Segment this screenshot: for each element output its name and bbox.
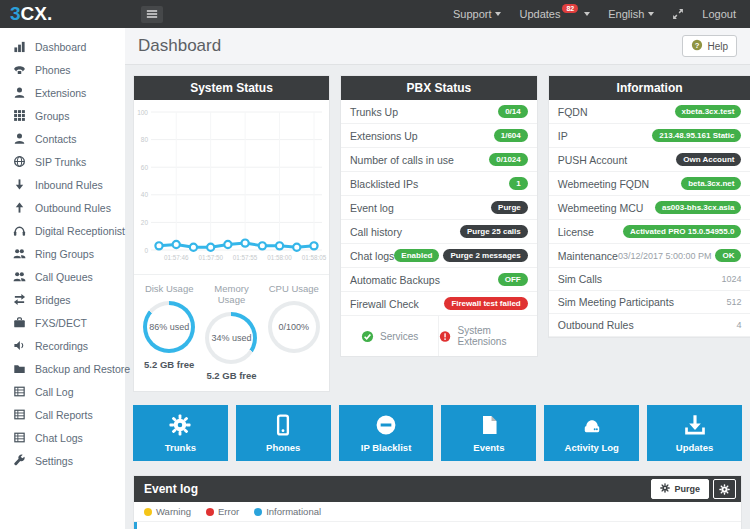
logo-part-blue: 3 bbox=[10, 3, 21, 24]
file-icon bbox=[478, 414, 500, 436]
sidebar-item-call-log[interactable]: Call Log bbox=[0, 380, 125, 403]
legend-dot-icon bbox=[144, 508, 152, 516]
row-label: Blacklisted IPs bbox=[350, 178, 418, 190]
legend-warning: Warning bbox=[144, 506, 191, 517]
status-badge[interactable]: Purge 2 messages bbox=[443, 249, 527, 262]
legend-dot-icon bbox=[206, 508, 214, 516]
row-label: Trunks Up bbox=[350, 106, 398, 118]
event-log-settings-button[interactable] bbox=[713, 479, 736, 499]
row-label: Extensions Up bbox=[350, 130, 418, 142]
row-badges: 1024 bbox=[721, 274, 741, 284]
quick-action-events[interactable]: Events bbox=[441, 405, 536, 461]
quick-action-ip-blacklist[interactable]: IP Blacklist bbox=[339, 405, 434, 461]
speaker-icon bbox=[13, 339, 26, 352]
status-badge: 213.48.95.161 Static bbox=[652, 129, 741, 142]
pbx-footer-services[interactable]: Services bbox=[341, 316, 438, 356]
sidebar-item-recordings[interactable]: Recordings bbox=[0, 334, 125, 357]
event-log-actions: Purge bbox=[651, 479, 736, 499]
sidebar-item-label: Call Log bbox=[35, 386, 74, 398]
sidebar-item-label: Settings bbox=[35, 455, 73, 467]
status-badge[interactable]: Purge 25 calls bbox=[460, 225, 528, 238]
sidebar-item-label: Chat Logs bbox=[35, 432, 83, 444]
language-menu[interactable]: English bbox=[608, 8, 654, 20]
sidebar-item-fxs-dect[interactable]: FXS/DECT bbox=[0, 311, 125, 334]
sidebar-item-phones[interactable]: Phones bbox=[0, 58, 125, 81]
user-icon bbox=[13, 86, 26, 99]
logout-button[interactable]: Logout bbox=[702, 8, 736, 20]
row-label: Webmeeting MCU bbox=[558, 202, 644, 214]
row-badges: xbeta.3cx.test bbox=[675, 105, 742, 118]
legend-dot-icon bbox=[254, 508, 262, 516]
legend-error: Error bbox=[206, 506, 239, 517]
status-badge[interactable]: Purge bbox=[491, 201, 528, 214]
status-badge[interactable]: Own Account bbox=[676, 153, 741, 166]
row-badges: Firewall test failed bbox=[444, 297, 527, 310]
gear-icon bbox=[660, 483, 670, 493]
quick-action-label: Activity Log bbox=[544, 442, 639, 453]
row-value-text: 03/12/2017 5:00:00 PM bbox=[618, 251, 712, 261]
sidebar-toggle-button[interactable] bbox=[141, 6, 163, 23]
updates-menu[interactable]: Updates82 bbox=[519, 8, 590, 20]
help-button[interactable]: ?Help bbox=[682, 35, 737, 57]
globe-icon bbox=[13, 155, 26, 168]
pbx-status-footer: ServicesSystem Extensions bbox=[341, 316, 537, 356]
system-status-line-chart: 02040608010001:57:4601:57:5001:57:5501:5… bbox=[135, 104, 328, 270]
quick-action-phones[interactable]: Phones bbox=[236, 405, 331, 461]
purge-button[interactable]: Purge bbox=[651, 479, 709, 499]
sidebar-item-label: Digital Receptionist bbox=[35, 225, 125, 237]
row-label: License bbox=[558, 226, 594, 238]
status-row-chat-logs: Chat logsEnabledPurge 2 messages bbox=[341, 244, 537, 268]
sidebar-item-call-reports[interactable]: Call Reports bbox=[0, 403, 125, 426]
status-row-webmeeting-fqdn: Webmeeting FQDNbeta.3cx.net bbox=[549, 172, 750, 196]
row-label: FQDN bbox=[558, 106, 588, 118]
gauge-label: Memory Usage bbox=[200, 283, 262, 305]
question-circle-icon: ? bbox=[691, 39, 703, 51]
sidebar-item-groups[interactable]: Groups bbox=[0, 104, 125, 127]
sidebar-item-chat-logs[interactable]: Chat Logs bbox=[0, 426, 125, 449]
transfer-icon bbox=[13, 293, 26, 306]
usage-gauges: Disk Usage86% used5.2 GB freeMemory Usag… bbox=[134, 274, 329, 391]
logo-part-white: CX. bbox=[21, 3, 53, 24]
fullscreen-button[interactable] bbox=[672, 8, 684, 20]
row-badges: 4 bbox=[736, 320, 741, 330]
sidebar-item-bridges[interactable]: Bridges bbox=[0, 288, 125, 311]
status-row-sim-calls: Sim Calls1024 bbox=[549, 268, 750, 291]
sidebar-item-label: Call Reports bbox=[35, 409, 93, 421]
sidebar-item-inbound-rules[interactable]: Inbound Rules bbox=[0, 173, 125, 196]
pbx-footer-system-extensions[interactable]: System Extensions bbox=[438, 316, 536, 356]
language-menu-label: English bbox=[608, 8, 644, 20]
quick-action-updates[interactable]: Updates bbox=[647, 405, 742, 461]
sidebar-item-backup-and-restore[interactable]: Backup and Restore bbox=[0, 357, 125, 380]
row-value-text: 512 bbox=[726, 297, 741, 307]
row-badges: OFF bbox=[498, 273, 528, 286]
pbx-footer-label: System Extensions bbox=[457, 325, 536, 347]
system-status-chart-area: 02040608010001:57:4601:57:5001:57:5501:5… bbox=[134, 100, 329, 274]
sidebar-item-outbound-rules[interactable]: Outbound Rules bbox=[0, 196, 125, 219]
quick-action-trunks[interactable]: Trunks bbox=[133, 405, 228, 461]
sidebar-item-digital-receptionist[interactable]: Digital Receptionist bbox=[0, 219, 125, 242]
updates-count-badge: 82 bbox=[562, 4, 578, 13]
sidebar-item-settings[interactable]: Settings bbox=[0, 449, 125, 472]
row-label: Outbound Rules bbox=[558, 319, 634, 331]
row-badges: Purge bbox=[491, 201, 528, 214]
status-badge[interactable]: Firewall test failed bbox=[444, 297, 527, 310]
dashboard-content: System Status 02040608010001:57:4601:57:… bbox=[125, 65, 750, 529]
sidebar-item-sip-trunks[interactable]: SIP Trunks bbox=[0, 150, 125, 173]
updates-menu-label: Updates bbox=[519, 8, 560, 20]
download-icon bbox=[684, 414, 706, 436]
quick-action-activity-log[interactable]: Activity Log bbox=[544, 405, 639, 461]
row-badges: 213.48.95.161 Static bbox=[652, 129, 741, 142]
status-row-automatic-backups: Automatic BackupsOFF bbox=[341, 268, 537, 292]
gear-icon bbox=[169, 414, 191, 436]
sidebar-item-contacts[interactable]: Contacts bbox=[0, 127, 125, 150]
sidebar-item-extensions[interactable]: Extensions bbox=[0, 81, 125, 104]
support-menu[interactable]: Support bbox=[453, 8, 502, 20]
sidebar-item-call-queues[interactable]: Call Queues bbox=[0, 265, 125, 288]
chevron-down-icon bbox=[584, 12, 590, 16]
minus-circle-icon bbox=[375, 414, 397, 436]
status-badge: 1 bbox=[509, 177, 527, 190]
users-icon bbox=[13, 247, 26, 260]
sidebar-item-ring-groups[interactable]: Ring Groups bbox=[0, 242, 125, 265]
sidebar-item-dashboard[interactable]: Dashboard bbox=[0, 35, 125, 58]
quick-action-label: IP Blacklist bbox=[339, 442, 434, 453]
